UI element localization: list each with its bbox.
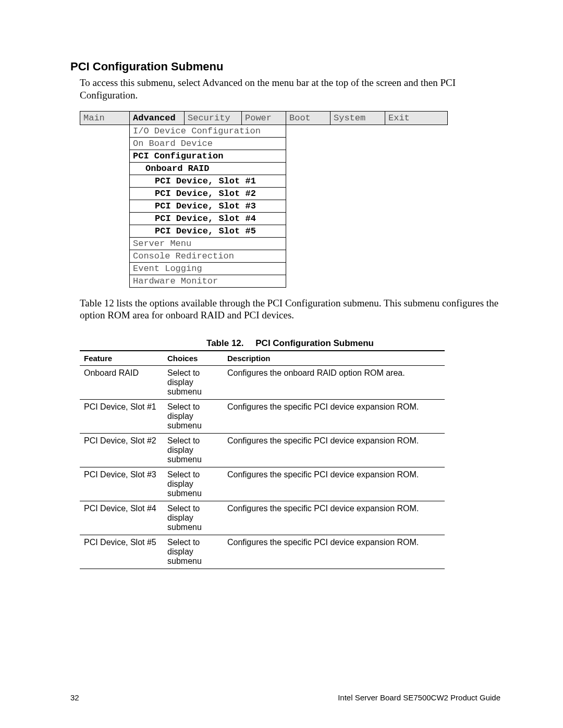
cell-choices: Select to display submenu	[163, 400, 223, 434]
bios-item[interactable]: PCI Device, Slot #3	[130, 200, 286, 212]
cell-choices: Select to display submenu	[163, 501, 223, 535]
cell-choices: Select to display submenu	[163, 434, 223, 467]
bios-item[interactable]: PCI Device, Slot #4	[130, 212, 286, 225]
cell-description: Configures the specific PCI device expan…	[223, 434, 445, 467]
bios-tab-main[interactable]: Main	[80, 111, 130, 125]
intro-paragraph: To access this submenu, select Advanced …	[80, 77, 500, 102]
bios-item[interactable]: Hardware Monitor	[130, 275, 286, 287]
section-heading: PCI Configuration Submenu	[70, 60, 500, 73]
page-footer: 32 Intel Server Board SE7500CW2 Product …	[70, 693, 500, 702]
bios-item[interactable]: Console Redirection	[130, 250, 286, 262]
bios-tab-advanced[interactable]: Advanced	[130, 111, 185, 125]
cell-feature: PCI Device, Slot #2	[80, 434, 163, 467]
cell-feature: PCI Device, Slot #3	[80, 467, 163, 501]
bios-item[interactable]: PCI Device, Slot #2	[130, 187, 286, 200]
bios-tab-exit[interactable]: Exit	[385, 111, 448, 125]
bios-item[interactable]: PCI Device, Slot #5	[130, 225, 286, 237]
table-row: PCI Device, Slot #2Select to display sub…	[80, 434, 445, 467]
col-feature: Feature	[80, 351, 163, 366]
cell-description: Configures the specific PCI device expan…	[223, 400, 445, 434]
table-row: Onboard RAIDSelect to display submenuCon…	[80, 366, 445, 400]
table-number: Table 12.	[206, 338, 244, 348]
bios-tab-boot[interactable]: Boot	[286, 111, 331, 125]
footer-title: Intel Server Board SE7500CW2 Product Gui…	[338, 693, 500, 702]
feature-table: Feature Choices Description Onboard RAID…	[80, 350, 445, 569]
cell-choices: Select to display submenu	[163, 535, 223, 569]
bios-tab-system[interactable]: System	[331, 111, 385, 125]
description-paragraph: Table 12 lists the options available thr…	[80, 297, 500, 322]
cell-feature: PCI Device, Slot #1	[80, 400, 163, 434]
cell-feature: PCI Device, Slot #5	[80, 535, 163, 569]
table-row: PCI Device, Slot #1Select to display sub…	[80, 400, 445, 434]
table-title: PCI Configuration Submenu	[255, 338, 374, 348]
cell-description: Configures the onboard RAID option ROM a…	[223, 366, 445, 400]
cell-description: Configures the specific PCI device expan…	[223, 467, 445, 501]
table-row: PCI Device, Slot #5Select to display sub…	[80, 535, 445, 569]
bios-tab-power[interactable]: Power	[242, 111, 286, 125]
cell-feature: Onboard RAID	[80, 366, 163, 400]
bios-tab-security[interactable]: Security	[185, 111, 242, 125]
table-row: PCI Device, Slot #3Select to display sub…	[80, 467, 445, 501]
table-header-row: Feature Choices Description	[80, 351, 445, 366]
cell-choices: Select to display submenu	[163, 467, 223, 501]
bios-item[interactable]: Onboard RAID	[130, 162, 286, 175]
bios-item[interactable]: Event Logging	[130, 262, 286, 275]
col-description: Description	[223, 351, 445, 366]
cell-feature: PCI Device, Slot #4	[80, 501, 163, 535]
cell-description: Configures the specific PCI device expan…	[223, 501, 445, 535]
bios-item[interactable]: Server Menu	[130, 237, 286, 250]
bios-item[interactable]: On Board Device	[130, 137, 286, 150]
bios-item[interactable]: I/O Device Configuration	[130, 125, 286, 137]
table-row: PCI Device, Slot #4Select to display sub…	[80, 501, 445, 535]
table-caption: Table 12. PCI Configuration Submenu	[80, 338, 500, 349]
cell-description: Configures the specific PCI device expan…	[223, 535, 445, 569]
bios-item[interactable]: PCI Device, Slot #1	[130, 175, 286, 187]
cell-choices: Select to display submenu	[163, 366, 223, 400]
bios-menu: MainAdvancedSecurityPowerBootSystemExitI…	[80, 111, 500, 288]
bios-item[interactable]: PCI Configuration	[130, 150, 286, 162]
col-choices: Choices	[163, 351, 223, 366]
page-number: 32	[70, 693, 79, 702]
